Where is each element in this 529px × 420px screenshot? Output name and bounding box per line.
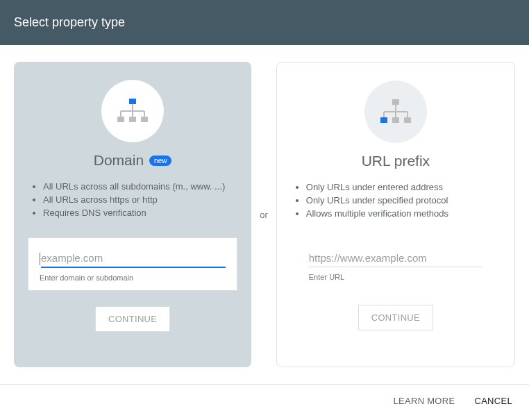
urlprefix-bullet-list: Only URLs under entered address Only URL… — [291, 180, 501, 220]
list-item: Only URLs under entered address — [306, 180, 501, 194]
svg-rect-9 — [392, 99, 399, 105]
or-separator: or — [260, 210, 268, 220]
svg-rect-16 — [392, 117, 399, 123]
domain-input-helper: Enter domain or subdomain — [40, 274, 226, 282]
sitemap-icon — [378, 98, 413, 126]
cancel-button[interactable]: CANCEL — [474, 396, 512, 406]
learn-more-button[interactable]: LEARN MORE — [393, 396, 455, 406]
domain-continue-button[interactable]: CONTINUE — [95, 306, 170, 332]
urlprefix-input-helper: Enter URL — [309, 273, 482, 281]
urlprefix-icon-circle — [364, 81, 427, 143]
list-item: Only URLs under specified protocol — [306, 194, 501, 207]
dialog-title: Select property type — [14, 15, 125, 29]
svg-rect-15 — [380, 117, 387, 123]
urlprefix-card-title: URL prefix — [362, 153, 430, 169]
urlprefix-input[interactable] — [309, 249, 482, 267]
urlprefix-input-box: Enter URL — [291, 238, 501, 289]
svg-rect-8 — [141, 117, 148, 122]
urlprefix-property-card[interactable]: URL prefix Only URLs under entered addre… — [276, 62, 515, 367]
urlprefix-card-title-row: URL prefix — [362, 153, 430, 169]
domain-card-title: Domain — [94, 152, 144, 169]
domain-property-card[interactable]: Domain new All URLs across all subdomain… — [14, 62, 251, 367]
domain-icon-circle — [101, 80, 164, 142]
svg-rect-0 — [129, 99, 136, 104]
domain-bullet-list: All URLs across all subdomains (m., www.… — [28, 180, 237, 219]
list-item: Allows multiple verification methods — [306, 207, 501, 220]
dialog-header: Select property type — [0, 0, 529, 45]
list-item: All URLs across all subdomains (m., www.… — [43, 180, 237, 193]
new-badge: new — [149, 156, 171, 166]
domain-input[interactable] — [41, 249, 226, 268]
svg-rect-7 — [129, 117, 136, 122]
sitemap-icon — [115, 97, 150, 125]
domain-input-box: Enter domain or subdomain — [28, 237, 237, 291]
list-item: All URLs across https or http — [43, 193, 237, 206]
text-cursor — [40, 253, 40, 265]
list-item: Requires DNS verification — [43, 206, 237, 219]
domain-card-title-row: Domain new — [94, 152, 172, 169]
svg-rect-6 — [117, 117, 124, 122]
svg-rect-17 — [404, 117, 411, 123]
dialog-footer: LEARN MORE CANCEL — [0, 384, 529, 417]
dialog-body: Domain new All URLs across all subdomain… — [0, 45, 529, 384]
urlprefix-continue-button[interactable]: CONTINUE — [358, 305, 433, 330]
